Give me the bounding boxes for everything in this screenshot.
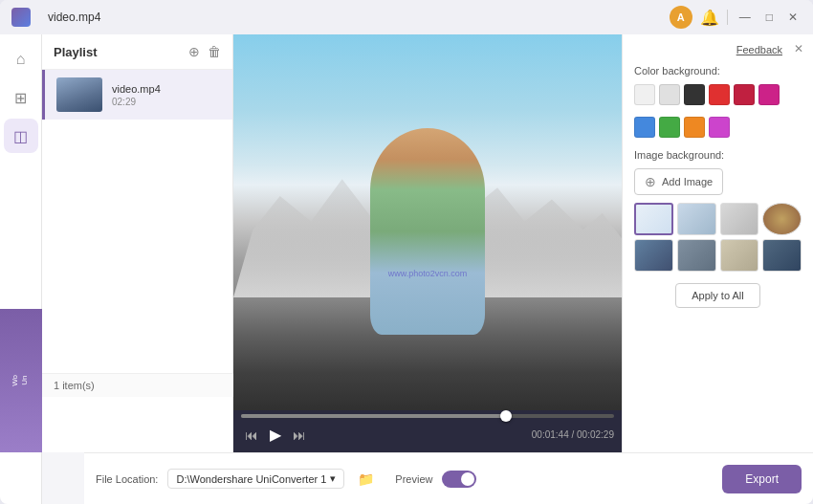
video-progress-bar[interactable] xyxy=(241,414,614,418)
playlist-thumbnail xyxy=(56,77,102,112)
playlist-item-info: video.mp4 02:29 xyxy=(112,83,221,107)
video-area: www.photo2vcn.com ⏮ ▶ ⏭ 00:01:44 / xyxy=(233,34,622,452)
bg-thumb-3[interactable] xyxy=(720,203,759,235)
bg-thumb-7[interactable] xyxy=(720,239,759,272)
color-swatch-white[interactable] xyxy=(634,84,655,105)
rewind-button[interactable]: ⏮ xyxy=(241,426,262,445)
video-progress-fill xyxy=(241,414,506,418)
color-swatch-green[interactable] xyxy=(659,117,680,138)
chevron-down-icon: ▾ xyxy=(330,472,336,485)
playlist-item-name: video.mp4 xyxy=(112,83,221,95)
bg-thumb-2[interactable] xyxy=(677,203,716,235)
minimize-button[interactable]: — xyxy=(736,9,755,26)
bg-thumbnails-row2 xyxy=(634,239,802,272)
color-swatches-row1 xyxy=(634,84,802,105)
color-swatch-lightgray[interactable] xyxy=(659,84,680,105)
add-image-label: Add Image xyxy=(662,176,713,187)
play-button[interactable]: ▶ xyxy=(266,424,285,446)
plus-icon: ⊕ xyxy=(645,174,656,189)
color-swatch-red[interactable] xyxy=(709,84,730,105)
color-swatch-blue[interactable] xyxy=(634,117,655,138)
export-button[interactable]: Export xyxy=(722,465,802,493)
close-panel-button[interactable]: ✕ xyxy=(794,42,803,55)
add-playlist-button[interactable]: ⊕ xyxy=(188,44,200,59)
color-swatch-orange[interactable] xyxy=(684,117,705,138)
sidebar-item-edit[interactable]: ◫ xyxy=(4,119,38,153)
playlist-panel: Playlist ⊕ 🗑 video.mp4 02:29 1 item(s) xyxy=(42,34,233,452)
color-swatch-pink[interactable] xyxy=(758,84,780,105)
preview-label: Preview xyxy=(395,473,432,485)
edit-icon: ◫ xyxy=(13,127,28,145)
content-area: Playlist ⊕ 🗑 video.mp4 02:29 1 item(s) xyxy=(42,34,813,504)
playlist-item[interactable]: video.mp4 02:29 xyxy=(42,70,232,120)
right-panel: Feedback ✕ Color background: xyxy=(622,34,813,452)
color-swatches-row2 xyxy=(634,117,802,138)
color-swatch-crimson[interactable] xyxy=(734,84,755,105)
user-avatar: A xyxy=(670,6,692,29)
preview-toggle[interactable] xyxy=(442,471,476,488)
maximize-button[interactable]: □ xyxy=(762,9,777,26)
file-location-select[interactable]: D:\Wondershare UniConverter 1 ▾ xyxy=(167,469,344,489)
file-location-label: File Location: xyxy=(96,473,158,485)
bg-thumb-4[interactable] xyxy=(762,203,802,235)
video-controls: ⏮ ▶ ⏭ 00:01:44 / 00:02:29 xyxy=(233,410,622,452)
video-time: 00:01:44 / 00:02:29 xyxy=(532,429,614,440)
color-swatch-purple[interactable] xyxy=(709,117,730,138)
convert-icon: ⊞ xyxy=(14,89,27,107)
video-progress-handle[interactable] xyxy=(500,410,512,422)
forward-button[interactable]: ⏭ xyxy=(289,426,310,445)
bg-thumb-8[interactable] xyxy=(762,239,802,272)
bg-thumb-6[interactable] xyxy=(677,239,716,272)
folder-icon[interactable]: 📁 xyxy=(354,470,378,489)
video-person xyxy=(370,128,485,335)
apply-to-all-button[interactable]: Apply to All xyxy=(675,283,759,308)
bottom-bar: File Location: D:\Wondershare UniConvert… xyxy=(84,452,813,504)
bg-thumbnails-row1 xyxy=(634,203,802,235)
video-container: www.photo2vcn.com xyxy=(233,34,622,410)
color-bg-label: Color background: xyxy=(634,65,802,77)
promo-text: WoUn xyxy=(11,375,31,386)
video-watermark: www.photo2vcn.com xyxy=(388,269,468,278)
separator xyxy=(727,10,728,25)
toggle-knob xyxy=(461,472,474,486)
total-time: 00:02:29 xyxy=(577,429,614,440)
bg-thumb-5[interactable] xyxy=(634,239,673,272)
title-bar: video.mp4 A 🔔 — □ ✕ xyxy=(0,0,813,34)
close-button[interactable]: ✕ xyxy=(784,9,802,26)
add-image-button[interactable]: ⊕ Add Image xyxy=(634,168,723,195)
color-swatch-black[interactable] xyxy=(684,84,705,105)
sidebar-item-home[interactable]: ⌂ xyxy=(4,42,38,77)
bell-icon[interactable]: 🔔 xyxy=(700,9,719,27)
video-bottom-controls: ⏮ ▶ ⏭ 00:01:44 / 00:02:29 xyxy=(241,424,614,446)
file-location-value: D:\Wondershare UniConverter 1 xyxy=(176,473,326,485)
promo-card[interactable]: WoUn xyxy=(0,309,42,452)
playlist-item-duration: 02:29 xyxy=(112,97,221,107)
delete-playlist-button[interactable]: 🗑 xyxy=(208,44,221,59)
image-bg-section: Image background: ⊕ Add Image xyxy=(634,149,802,272)
playlist-title: Playlist xyxy=(54,45,98,59)
app-window: video.mp4 A 🔔 — □ ✕ ⌂ ⊞ ◫ WoUn Play xyxy=(0,0,813,504)
playlist-actions: ⊕ 🗑 xyxy=(188,44,221,59)
image-bg-label: Image background: xyxy=(634,149,802,161)
home-icon: ⌂ xyxy=(16,51,26,68)
feedback-link[interactable]: Feedback xyxy=(736,44,782,55)
bg-thumb-1[interactable] xyxy=(634,203,673,235)
current-time: 00:01:44 xyxy=(532,429,569,440)
sidebar: ⌂ ⊞ ◫ WoUn xyxy=(0,34,42,504)
video-background: www.photo2vcn.com xyxy=(233,34,622,410)
playlist-header: Playlist ⊕ 🗑 xyxy=(42,34,232,70)
app-icon xyxy=(11,8,31,27)
sidebar-item-convert[interactable]: ⊞ xyxy=(4,80,38,115)
playlist-count: 1 item(s) xyxy=(42,373,233,397)
window-title: video.mp4 xyxy=(48,11,660,24)
